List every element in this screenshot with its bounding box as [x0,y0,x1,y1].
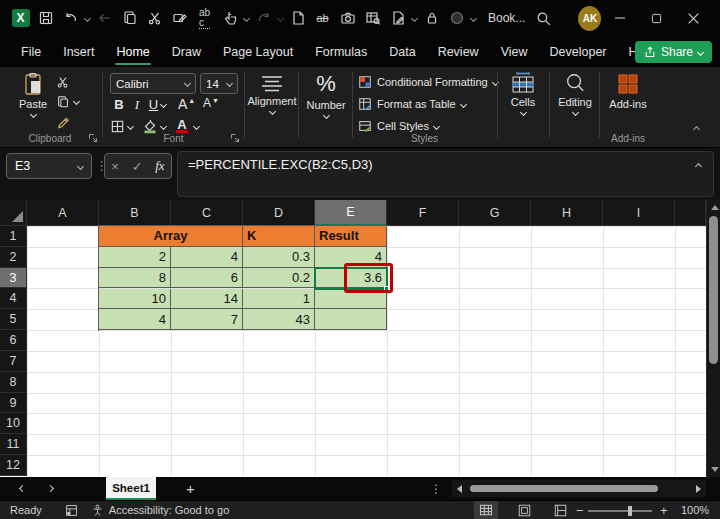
undo-dropdown-chevron-icon[interactable] [83,16,92,21]
copy-chevron-icon[interactable] [74,99,79,104]
cell-d2[interactable]: 0.3 [243,247,315,268]
minimize-button[interactable] [601,3,638,33]
accessibility-icon[interactable] [90,501,106,519]
row-header-6[interactable]: 6 [0,330,27,351]
row-header-7[interactable]: 7 [0,351,27,372]
cell-e5[interactable] [315,309,387,330]
cut-icon[interactable] [142,5,167,31]
shrink-font-button[interactable]: A▼ [203,96,219,110]
share-button[interactable]: Share [635,41,712,63]
copy-small-icon[interactable] [56,95,70,109]
paste-button[interactable]: Paste [16,72,50,117]
cell-d1-k-header[interactable]: K [243,226,315,247]
tab-draw[interactable]: Draw [161,36,212,67]
tab-data[interactable]: Data [378,36,426,67]
zoom-in-button[interactable]: + [660,503,668,518]
cell-c2[interactable]: 4 [171,247,243,268]
cell-c4[interactable]: 14 [171,289,243,310]
cut-small-icon[interactable] [56,75,70,89]
row-header-8[interactable]: 8 [0,372,27,393]
strikethrough-icon[interactable]: ab [310,5,335,31]
number-button[interactable]: % Number [301,71,351,118]
fill-color-chevron-icon[interactable] [161,124,166,129]
cell-e1-result-header[interactable]: Result [315,226,387,247]
macro-record-icon[interactable] [60,501,84,519]
prev-sheet-button[interactable] [8,486,36,491]
row-header-5[interactable]: 5 [0,309,27,330]
page-break-preview-icon[interactable] [548,501,572,519]
format-as-table-button[interactable]: Format as Table [358,97,466,111]
tab-view[interactable]: View [490,36,539,67]
row-header-12[interactable]: 12 [0,455,27,476]
tab-formulas[interactable]: Formulas [304,36,378,67]
underline-chevron-icon[interactable] [161,102,166,107]
touch-mode-icon[interactable] [217,5,242,31]
enter-formula-button[interactable]: ✓ [132,159,143,174]
cell-d4[interactable]: 1 [243,289,315,310]
horizontal-scrollbar[interactable] [452,480,706,497]
undo-icon[interactable] [58,5,83,31]
zoom-slider-thumb[interactable] [628,506,632,516]
circle-icon[interactable] [444,5,469,31]
cells-button[interactable]: Cells [500,72,546,115]
font-dialog-launcher[interactable] [230,133,240,143]
font-color-chevron-icon[interactable] [194,124,199,129]
spelling-icon[interactable]: abc [192,5,217,31]
fill-color-icon[interactable] [142,118,158,134]
tab-home[interactable]: Home [105,36,160,67]
italic-button[interactable]: I [131,97,143,113]
conditional-formatting-button[interactable]: Conditional Formatting [358,75,498,89]
format-painter-icon[interactable] [56,115,71,130]
cancel-formula-button[interactable]: × [111,159,119,174]
new-file-icon[interactable] [285,5,310,31]
copy-icon[interactable] [117,5,142,31]
column-header-e[interactable]: E [315,200,387,226]
zoom-out-button[interactable]: − [576,503,584,518]
row-header-2[interactable]: 2 [0,247,27,268]
qat-overflow-chevron-icon[interactable] [469,16,478,21]
formula-input[interactable]: =PERCENTILE.EXC(B2:C5,D3) [177,151,714,197]
tab-developer[interactable]: Developer [539,36,618,67]
camera-icon[interactable] [335,5,360,31]
clipboard-dialog-launcher[interactable] [88,133,98,143]
cell-styles-button[interactable]: Cell Styles [358,119,439,133]
column-header-h[interactable]: H [531,200,603,226]
cell-c3[interactable]: 6 [171,268,243,289]
row-header-9[interactable]: 9 [0,393,27,414]
column-header-d[interactable]: D [243,200,315,226]
font-name-combobox[interactable]: Calibri [110,73,196,94]
cell-c5[interactable]: 7 [171,309,243,330]
zoom-slider[interactable] [588,510,652,512]
cell-b4[interactable]: 10 [99,289,171,310]
column-header-g[interactable]: G [459,200,531,226]
tab-insert[interactable]: Insert [52,36,105,67]
formula-bar-expand-chevron-icon[interactable] [695,163,702,170]
draft-pen-icon[interactable] [167,5,192,31]
add-ins-button[interactable]: Add-ins [602,72,654,110]
select-all-corner[interactable] [0,200,27,226]
alignment-button[interactable]: Alignment [247,75,297,114]
font-color-button[interactable]: A [175,117,189,132]
row-header-3[interactable]: 3 [0,268,27,289]
page-layout-view-icon[interactable] [512,501,536,519]
underline-button[interactable]: U [147,97,160,112]
zoom-level[interactable]: 100% [681,504,709,516]
horizontal-scroll-thumb[interactable] [470,485,658,492]
editing-button[interactable]: Editing [551,72,599,115]
touch-mode-chevron-icon[interactable] [242,16,251,21]
borders-chevron-icon[interactable] [128,124,133,129]
collapse-ribbon-chevron-icon[interactable] [694,127,699,132]
scroll-up-arrow-icon[interactable] [711,205,719,210]
add-sheet-button[interactable]: + [186,480,195,497]
sheet-tab-sheet1[interactable]: Sheet1 [106,477,156,500]
maximize-button[interactable] [638,3,675,33]
cell-d5[interactable]: 43 [243,309,315,330]
sensitivity-chevron-icon[interactable] [410,16,419,21]
scroll-down-arrow-icon[interactable] [711,467,719,472]
column-header-a[interactable]: A [27,200,99,226]
table-lookup-icon[interactable] [360,5,385,31]
tab-review[interactable]: Review [427,36,490,67]
scroll-right-arrow-icon[interactable] [696,485,701,493]
column-header-c[interactable]: C [171,200,243,226]
row-header-11[interactable]: 11 [0,434,27,455]
